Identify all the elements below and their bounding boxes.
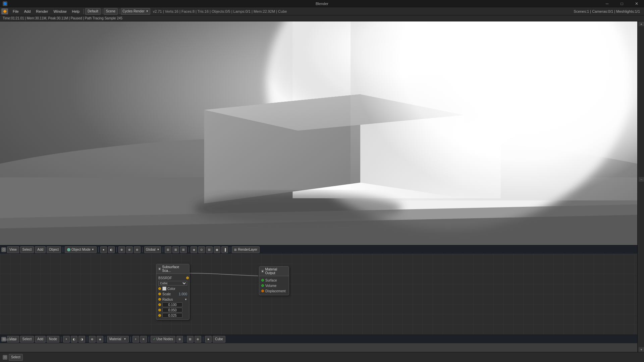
node-editor-grid (0, 254, 637, 343)
grid-btn-1[interactable]: ⊞ (165, 246, 171, 253)
node-obj-icon[interactable]: ★ (205, 336, 212, 343)
ry-socket[interactable] (158, 309, 161, 311)
snap-btn-3[interactable]: ⊕ (134, 246, 141, 253)
minimize-button[interactable]: ─ (600, 0, 614, 7)
extra-btn-2[interactable]: ⊙ (198, 246, 205, 253)
render-layer-btn[interactable]: ⊞ RenderLayer (232, 246, 260, 253)
radius-label: Radius (162, 298, 173, 301)
scale-socket[interactable] (158, 293, 161, 295)
mode-label: Object Mode (71, 248, 91, 251)
distribution-select[interactable]: Cubic (158, 281, 187, 286)
node-row-bssrdf: BSSRDF (156, 275, 189, 281)
rz-socket[interactable] (158, 314, 161, 317)
scene-stats: Scenes:1 | Cameras:0/1 | Meshlights:1/1 (574, 9, 643, 13)
node-editor: Material ▼ Subsurface Sca... BSSRDF Cubi… (0, 254, 637, 343)
maximize-button[interactable]: □ (614, 0, 629, 7)
blender-icon: 🔶 (1, 8, 8, 14)
view-menu-btn[interactable]: View (7, 246, 19, 253)
bssrdf-output-socket[interactable] (186, 277, 189, 279)
header-stats: v2.71 | Verts:16 | Faces:8 | Tris:16 | O… (153, 9, 287, 13)
select-menu-btn[interactable]: Select (20, 246, 34, 253)
menu-help[interactable]: Help (69, 9, 83, 14)
subsurface-scatter-node[interactable]: ▼ Subsurface Sca... BSSRDF Cubic Color S… (156, 264, 190, 320)
extra-btn-4[interactable]: ◉ (214, 246, 220, 253)
node-extra-2[interactable]: ◈ (97, 336, 103, 343)
workspace-label: Default (88, 9, 98, 13)
close-button[interactable]: ✕ (629, 0, 644, 7)
surface-socket[interactable] (261, 279, 264, 282)
scale-value: 1.000 (179, 292, 187, 296)
add-menu-btn[interactable]: Add (35, 246, 46, 253)
workspace-selector[interactable]: Default (85, 8, 101, 15)
scene-background (0, 21, 637, 245)
extra-btn-1[interactable]: ◈ (191, 246, 197, 253)
material-output-node[interactable]: ▼ Material Output Surface Volume Displac… (259, 266, 289, 295)
node-row-dist: Cubic (156, 281, 189, 286)
node-body-subsurface: BSSRDF Cubic Color Scale 1.000 Radius (156, 274, 189, 319)
scene-selector[interactable]: Scene (104, 8, 118, 15)
menu-bar: 🔶 File Add Render Window Help Default Sc… (0, 7, 644, 15)
snap-btn-2[interactable]: ⊕ (126, 246, 133, 253)
radius-y-input[interactable] (162, 308, 182, 312)
use-nodes-toggle[interactable]: ✓ Use Nodes (151, 336, 175, 343)
node-mat-icon-2[interactable]: ◑ (78, 336, 85, 343)
bottom-select-btn[interactable]: Select (9, 354, 23, 361)
menu-add[interactable]: Add (21, 9, 34, 14)
node-snap-btn[interactable]: ⊕ (176, 336, 183, 343)
material-btn[interactable]: ◐ (108, 246, 115, 253)
grid-btn-3[interactable]: ⊞ (180, 246, 187, 253)
node-plus-btn[interactable]: + (132, 336, 139, 343)
node-sphere-icon[interactable]: ⚬ (63, 336, 70, 343)
radius-arrow: ▼ (184, 298, 187, 301)
scene-label: Scene (106, 9, 115, 13)
menu-render[interactable]: Render (33, 9, 51, 14)
scroll-mid-btn[interactable]: ─ (639, 177, 644, 182)
color-swatch[interactable] (162, 287, 166, 291)
mode-arrow: ▼ (92, 248, 94, 251)
add-label: Add (37, 248, 43, 251)
object-menu-btn[interactable]: Object (47, 246, 61, 253)
render-layer-label: RenderLayer (238, 248, 257, 251)
node-view-btn-2[interactable]: ⊞ (187, 336, 194, 343)
displacement-socket[interactable] (261, 290, 264, 292)
mode-dropdown[interactable]: Object Mode ▼ (65, 246, 97, 253)
extra-btn-3[interactable]: ⊞ (206, 246, 213, 253)
node-cam-btn[interactable]: ⊕ (195, 336, 201, 343)
volume-label: Volume (265, 284, 276, 288)
cube-label-btn[interactable]: Cube (213, 336, 225, 343)
node-row-scale: Scale 1.000 (156, 291, 189, 297)
color-socket[interactable] (158, 287, 161, 290)
radius-x-input[interactable] (162, 302, 182, 307)
node-select-btn[interactable]: Select (20, 336, 34, 343)
bottom-select-label: Select (11, 355, 20, 359)
node-row-color: Color (156, 286, 189, 291)
node-row-volume: Volume (259, 283, 289, 288)
menu-window[interactable]: Window (51, 9, 69, 14)
radius-z-input[interactable] (162, 313, 182, 318)
node-editor-toolbar: ⬡ View Select Add Node ⚬ ◐ ◑ ⊕ ◈ Materia… (0, 335, 637, 343)
snap-btn-1[interactable]: ⊕ (118, 246, 125, 253)
node-collapse-btn[interactable]: ▼ (158, 267, 161, 270)
radius-socket[interactable] (158, 298, 161, 301)
scroll-up-btn[interactable]: ▲ (639, 21, 644, 26)
scrollbar-area: ▲ ─ ▼ (637, 21, 644, 352)
node-mat-icon-1[interactable]: ◐ (71, 336, 77, 343)
menu-file[interactable]: File (10, 9, 21, 14)
node-extra-1[interactable]: ⊕ (89, 336, 96, 343)
node-node-btn[interactable]: Node (47, 336, 59, 343)
transform-dropdown[interactable]: Global ▼ (144, 246, 161, 253)
render-btn[interactable]: ● (100, 246, 107, 253)
node-x-btn[interactable]: ✕ (140, 336, 147, 343)
node-material-dropdown[interactable]: Material ▼ (107, 336, 129, 343)
node-add-btn[interactable]: Add (35, 336, 46, 343)
rx-socket[interactable] (158, 303, 161, 306)
grid-btn-2[interactable]: ⊞ (172, 246, 179, 253)
viewport-3d[interactable] (0, 21, 637, 245)
volume-socket[interactable] (261, 284, 264, 287)
output-collapse-btn[interactable]: ▼ (261, 270, 264, 273)
node-add-label: Add (37, 337, 43, 341)
render-engine-dropdown[interactable]: Cycles Render ▼ (121, 8, 150, 15)
scroll-down-btn[interactable]: ▼ (639, 347, 644, 352)
scale-label: Scale (162, 292, 171, 296)
timeline-btn[interactable]: ▐ (221, 246, 228, 253)
